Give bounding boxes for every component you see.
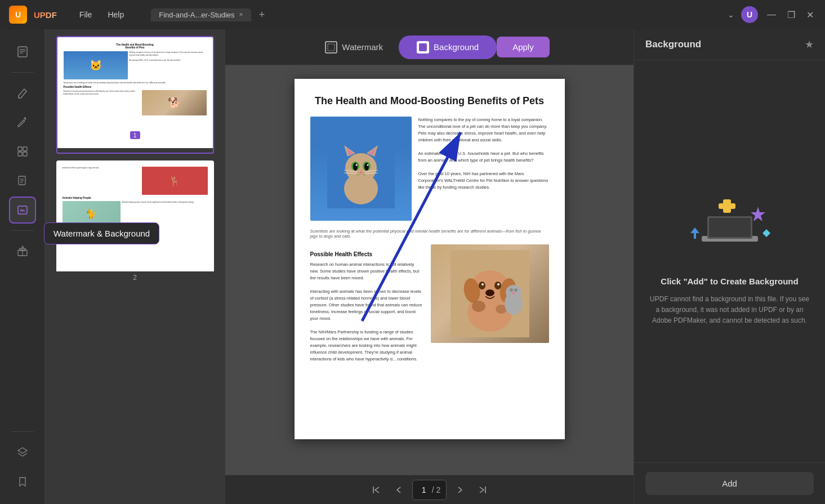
pdf-bottom-text: Possible Health Effects Research on huma… bbox=[310, 244, 424, 363]
svg-point-31 bbox=[367, 164, 368, 166]
pdf-dog-image bbox=[431, 244, 549, 343]
pdf-page: The Health and Mood-Boosting Benefits of… bbox=[295, 79, 565, 439]
svg-rect-5 bbox=[23, 147, 27, 151]
main-layout: Watermark & Background The Health and Mo… bbox=[0, 29, 825, 504]
thumbnail-panel: The Health and Mood-BoostingBenefits of … bbox=[45, 29, 225, 504]
left-sidebar: Watermark & Background bbox=[0, 29, 45, 504]
sidebar-icon-reader[interactable] bbox=[9, 38, 36, 65]
pdf-cat-image bbox=[310, 117, 412, 221]
svg-point-46 bbox=[485, 289, 494, 296]
new-tab-button[interactable]: + bbox=[256, 8, 269, 22]
svg-rect-16 bbox=[328, 44, 335, 51]
tab-title: Find-and-A...er-Studies bbox=[159, 11, 234, 19]
sidebar-icon-organize[interactable] bbox=[9, 138, 36, 165]
right-panel-header: Background ★ bbox=[634, 29, 825, 60]
svg-point-21 bbox=[345, 153, 377, 182]
content-area: Watermark Background Apply bbox=[225, 29, 634, 504]
tab-close-button[interactable]: × bbox=[239, 11, 243, 19]
pdf-viewer[interactable]: The Health and Mood-Boosting Benefits of… bbox=[225, 65, 634, 475]
prev-page-button[interactable] bbox=[390, 481, 408, 499]
watermark-icon bbox=[325, 41, 337, 53]
svg-marker-63 bbox=[762, 229, 770, 237]
active-tab[interactable]: Find-and-A...er-Studies × bbox=[151, 8, 251, 21]
panel-heading: Click "Add" to Create Background bbox=[661, 275, 798, 287]
sidebar-icon-layers[interactable] bbox=[9, 439, 36, 466]
page-input-group: / 2 bbox=[412, 480, 447, 500]
thumbnail-page-1[interactable]: The Health and Mood-BoostingBenefits of … bbox=[56, 36, 214, 154]
tooltip-text: Watermark & Background bbox=[53, 229, 150, 238]
svg-marker-61 bbox=[751, 207, 765, 221]
pdf-subhead: Possible Health Effects bbox=[310, 250, 424, 259]
add-background-button[interactable]: Add bbox=[645, 472, 814, 495]
sidebar-icon-watermark[interactable] bbox=[9, 197, 36, 224]
close-button[interactable]: ✕ bbox=[804, 10, 816, 20]
last-page-button[interactable] bbox=[474, 481, 492, 499]
minimize-button[interactable]: — bbox=[765, 10, 778, 20]
watermark-button[interactable]: Watermark bbox=[309, 35, 399, 59]
svg-rect-12 bbox=[18, 206, 27, 214]
sidebar-icon-annotate[interactable] bbox=[9, 109, 36, 136]
apply-label: Apply bbox=[512, 42, 534, 52]
svg-point-47 bbox=[472, 301, 485, 312]
user-avatar[interactable]: U bbox=[741, 6, 758, 23]
pdf-text-1: Nothing compares to the joy of coming ho… bbox=[418, 117, 549, 221]
next-page-button[interactable] bbox=[451, 481, 469, 499]
thumbnail-page-num-1 bbox=[57, 148, 213, 153]
navigation-bar: / 2 bbox=[225, 475, 634, 504]
sidebar-divider-2 bbox=[11, 230, 34, 231]
sidebar-icon-pages[interactable] bbox=[9, 167, 36, 194]
panel-description: UPDF cannot find a background in this fi… bbox=[648, 294, 811, 327]
maximize-button[interactable]: ❐ bbox=[785, 10, 797, 20]
window-controls: ⌄ U — ❐ ✕ bbox=[728, 6, 816, 23]
menu-help[interactable]: Help bbox=[101, 8, 131, 21]
svg-point-42 bbox=[479, 282, 485, 289]
right-panel: Background ★ bbox=[634, 29, 825, 504]
app-logo: U bbox=[9, 6, 27, 24]
svg-rect-0 bbox=[18, 47, 27, 57]
background-button[interactable]: Background bbox=[399, 35, 497, 59]
toolbar: Watermark Background Apply bbox=[225, 29, 634, 65]
sidebar-icon-gift[interactable] bbox=[9, 238, 36, 265]
svg-point-53 bbox=[512, 292, 515, 295]
right-panel-content: Click "Add" to Create Background UPDF ca… bbox=[634, 60, 825, 462]
svg-point-28 bbox=[353, 163, 358, 171]
apply-button[interactable]: Apply bbox=[497, 37, 550, 57]
sidebar-divider-3 bbox=[11, 431, 34, 432]
svg-rect-7 bbox=[23, 152, 27, 156]
watermark-label: Watermark bbox=[342, 42, 383, 52]
illustration bbox=[685, 197, 775, 264]
page-badge-1: 1 bbox=[130, 131, 140, 139]
pdf-title: The Health and Mood-Boosting Benefits of… bbox=[310, 95, 549, 108]
svg-point-29 bbox=[364, 163, 369, 171]
svg-rect-6 bbox=[18, 152, 22, 156]
window-list-dropdown[interactable]: ⌄ bbox=[728, 10, 734, 19]
svg-rect-58 bbox=[709, 218, 751, 237]
right-panel-footer: Add bbox=[634, 462, 825, 504]
background-icon bbox=[417, 41, 429, 53]
svg-rect-4 bbox=[18, 147, 22, 151]
titlebar: U UPDF File Help Find-and-A...er-Studies… bbox=[0, 0, 825, 29]
svg-point-44 bbox=[481, 283, 484, 286]
menu-file[interactable]: File bbox=[73, 8, 99, 21]
tab-bar: Find-and-A...er-Studies × + bbox=[151, 8, 721, 22]
total-pages: 2 bbox=[436, 485, 441, 494]
sidebar-icon-bookmark[interactable] bbox=[9, 468, 36, 495]
first-page-button[interactable] bbox=[367, 481, 385, 499]
background-label: Background bbox=[434, 42, 479, 52]
svg-rect-60 bbox=[723, 199, 731, 213]
pdf-caption: Scientists are looking at what the poten… bbox=[310, 229, 549, 239]
current-page-input[interactable] bbox=[418, 485, 430, 494]
page-separator: / bbox=[432, 485, 434, 494]
sidebar-divider-1 bbox=[11, 72, 34, 73]
menu-bar: File Help bbox=[73, 8, 131, 21]
svg-point-52 bbox=[514, 288, 518, 292]
app-name: UPDF bbox=[34, 10, 57, 20]
svg-point-30 bbox=[355, 164, 357, 166]
right-panel-title: Background bbox=[645, 39, 701, 50]
favorite-icon[interactable]: ★ bbox=[805, 38, 814, 51]
watermark-background-tooltip: Watermark & Background bbox=[44, 222, 159, 244]
svg-marker-62 bbox=[690, 228, 699, 239]
pdf-bottom-row: Possible Health Effects Research on huma… bbox=[310, 244, 549, 363]
pdf-row-1: Nothing compares to the joy of coming ho… bbox=[310, 117, 549, 221]
sidebar-icon-edit[interactable] bbox=[9, 79, 36, 106]
